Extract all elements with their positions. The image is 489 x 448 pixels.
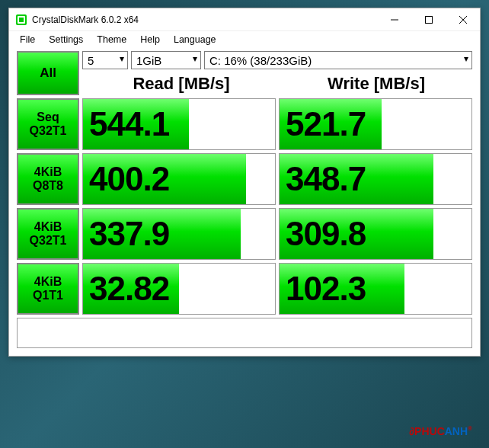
menu-bar: File Settings Theme Help Language bbox=[9, 31, 480, 50]
write-cell: 348.7 bbox=[279, 153, 472, 205]
maximize-button[interactable] bbox=[411, 8, 446, 31]
read-value: 32.82 bbox=[83, 270, 169, 308]
minimize-button[interactable] bbox=[377, 8, 411, 31]
maximize-icon bbox=[425, 16, 433, 24]
watermark: ∂PHUCANH® bbox=[409, 425, 472, 437]
test-row: 4KiB Q32T1 337.9 309.8 bbox=[17, 208, 472, 260]
menu-file[interactable]: File bbox=[14, 33, 41, 46]
top-row: All 5 1GiB C: 16% (38/233GiB) Read [MB/s… bbox=[17, 51, 472, 95]
test-label-2: Q32T1 bbox=[30, 124, 67, 138]
size-select[interactable]: 1GiB bbox=[131, 51, 201, 69]
read-cell: 32.82 bbox=[82, 263, 276, 315]
test-button-4kib-q8t8[interactable]: 4KiB Q8T8 bbox=[17, 153, 79, 205]
menu-help[interactable]: Help bbox=[134, 33, 166, 46]
menu-settings[interactable]: Settings bbox=[43, 33, 89, 46]
write-value: 102.3 bbox=[280, 270, 366, 308]
test-label-1: 4KiB bbox=[34, 165, 62, 179]
header-row: Read [MB/s] Write [MB/s] bbox=[82, 71, 472, 94]
test-label-1: Seq bbox=[37, 110, 59, 124]
test-button-4kib-q1t1[interactable]: 4KiB Q1T1 bbox=[17, 263, 79, 315]
drive-select[interactable]: C: 16% (38/233GiB) bbox=[204, 51, 472, 69]
title-bar: CrystalDiskMark 6.0.2 x64 bbox=[9, 8, 480, 31]
run-all-button[interactable]: All bbox=[17, 51, 79, 95]
runs-select[interactable]: 5 bbox=[82, 51, 128, 69]
header-write: Write [MB/s] bbox=[280, 74, 472, 94]
content-area: All 5 1GiB C: 16% (38/233GiB) Read [MB/s… bbox=[9, 50, 480, 356]
test-label-2: Q32T1 bbox=[30, 234, 67, 248]
read-cell: 337.9 bbox=[82, 208, 276, 260]
test-label-1: 4KiB bbox=[34, 275, 62, 289]
write-value: 309.8 bbox=[280, 215, 366, 253]
selects-row: 5 1GiB C: 16% (38/233GiB) bbox=[82, 51, 472, 69]
test-label-2: Q1T1 bbox=[33, 289, 63, 302]
test-label-2: Q8T8 bbox=[33, 179, 63, 193]
app-window: CrystalDiskMark 6.0.2 x64 File Settings … bbox=[8, 8, 481, 357]
test-row: Seq Q32T1 544.1 521.7 bbox=[17, 98, 472, 150]
svg-rect-4 bbox=[425, 16, 432, 23]
write-cell: 309.8 bbox=[279, 208, 472, 260]
read-value: 544.1 bbox=[83, 105, 169, 143]
read-cell: 400.2 bbox=[82, 153, 276, 205]
read-value: 400.2 bbox=[83, 160, 169, 198]
write-value: 521.7 bbox=[280, 105, 366, 143]
test-row: 4KiB Q8T8 400.2 348.7 bbox=[17, 153, 472, 205]
test-button-4kib-q32t1[interactable]: 4KiB Q32T1 bbox=[17, 208, 79, 260]
read-cell: 544.1 bbox=[82, 98, 276, 150]
write-cell: 102.3 bbox=[279, 263, 472, 315]
header-read: Read [MB/s] bbox=[85, 74, 277, 94]
window-title: CrystalDiskMark 6.0.2 x64 bbox=[32, 14, 377, 25]
write-value: 348.7 bbox=[280, 160, 366, 198]
results-grid: Seq Q32T1 544.1 521.7 4KiB Q8T8 bbox=[17, 98, 472, 315]
minimize-icon bbox=[391, 16, 398, 24]
svg-rect-2 bbox=[19, 18, 24, 22]
read-value: 337.9 bbox=[83, 215, 169, 253]
test-label-1: 4KiB bbox=[34, 220, 62, 234]
close-button[interactable] bbox=[446, 8, 480, 31]
menu-language[interactable]: Language bbox=[168, 33, 222, 46]
app-icon bbox=[15, 14, 27, 26]
close-icon bbox=[459, 16, 467, 24]
write-cell: 521.7 bbox=[279, 98, 472, 150]
menu-theme[interactable]: Theme bbox=[91, 33, 133, 46]
test-row: 4KiB Q1T1 32.82 102.3 bbox=[17, 263, 472, 315]
status-bar bbox=[17, 318, 472, 348]
top-controls: 5 1GiB C: 16% (38/233GiB) Read [MB/s] Wr… bbox=[82, 51, 472, 95]
test-button-seq-q32t1[interactable]: Seq Q32T1 bbox=[17, 98, 79, 150]
